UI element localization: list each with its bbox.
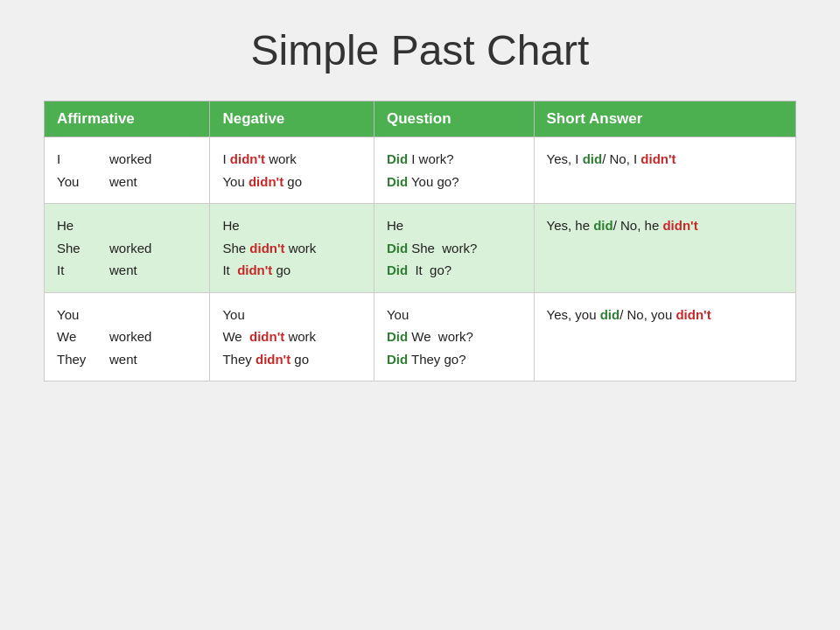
table-row: IworkedYouwentI didn't workYou didn't go… xyxy=(45,137,796,204)
question-cell: HeDid She work?Did It go? xyxy=(374,204,534,293)
negative-cell: YouWe didn't workThey didn't go xyxy=(210,292,374,382)
simple-past-chart: Affirmative Negative Question Short Answ… xyxy=(44,101,796,382)
negative-cell: I didn't workYou didn't go xyxy=(210,137,374,204)
question-cell: Did I work?Did You go? xyxy=(374,137,534,204)
col-header-negative: Negative xyxy=(210,102,374,137)
col-header-short-answer: Short Answer xyxy=(534,102,795,137)
question-cell: YouDid We work?Did They go? xyxy=(374,292,534,382)
col-header-question: Question xyxy=(374,102,534,137)
affirmative-cell: YouWeworkedTheywent xyxy=(45,292,210,382)
page-title: Simple Past Chart xyxy=(251,26,590,74)
short-answer-cell: Yes, you did/ No, you didn't xyxy=(534,292,795,382)
table-row: HeSheworkedItwentHeShe didn't workIt did… xyxy=(45,204,796,293)
short-answer-cell: Yes, he did/ No, he didn't xyxy=(534,204,795,293)
col-header-affirmative: Affirmative xyxy=(45,102,210,137)
table-row: YouWeworkedTheywentYouWe didn't workThey… xyxy=(45,292,796,382)
short-answer-cell: Yes, I did/ No, I didn't xyxy=(534,137,795,204)
affirmative-cell: IworkedYouwent xyxy=(45,137,210,204)
negative-cell: HeShe didn't workIt didn't go xyxy=(210,204,374,293)
affirmative-cell: HeSheworkedItwent xyxy=(45,204,210,293)
